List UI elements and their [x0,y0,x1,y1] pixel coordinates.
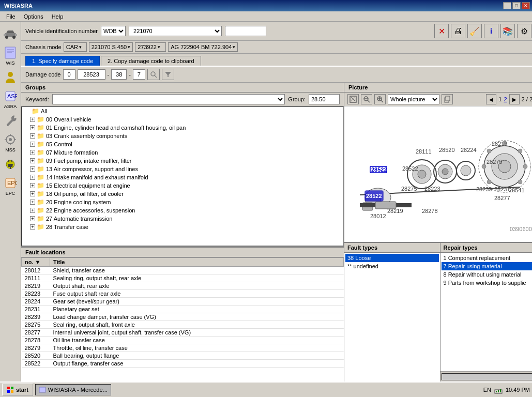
expander-14[interactable]: + [30,175,35,180]
expander-28[interactable]: + [30,224,35,230]
expander-05[interactable]: + [30,142,35,147]
tree-item-27[interactable]: + 📁 27 Automatic transmission [22,215,343,223]
sidebar-icon-plug[interactable] [0,154,21,175]
repair-type-1[interactable]: 1 Component replacement [442,254,533,262]
pic-prev-button[interactable]: ◀ [486,94,496,104]
repair-type-7[interactable]: 7 Repair using material [442,262,533,270]
table-row[interactable]: 28012Shield, transfer case [22,267,344,274]
menu-options[interactable]: Options [20,12,48,21]
tree-item-07[interactable]: + 📁 07 Mixture formation [22,148,343,157]
expander-01[interactable]: + [30,125,35,130]
tab-specify-damage[interactable]: 1. Specify damage code [25,56,100,66]
tree-container[interactable]: 📁 All + 📁 00 Overall vehicle + 📁 01 Engi… [21,106,344,246]
table-row[interactable]: 28279Throttle, oil line, transfer case [22,344,344,352]
tree-item-15[interactable]: + 📁 15 Electrical equipment at engine [22,181,343,190]
vin-dropdown[interactable]: WDB [101,26,126,36]
tree-item-18[interactable]: + 📁 18 Oil pump, oil filter, oil cooler [22,190,343,198]
expander-09[interactable]: + [30,158,35,163]
pic-copy-button[interactable] [442,94,453,104]
tree-item-14[interactable]: + 📁 14 Intake manifold and exhaust manif… [22,173,343,181]
tree-item-28[interactable]: + 📁 28 Transfer case [22,223,343,231]
tree-item-09[interactable]: + 📁 09 Fuel pump, intake muffler, filter [22,157,343,165]
table-row[interactable]: 28239Load change damper, transfer case (… [22,313,344,321]
table-row[interactable]: 28223Fuse output shaft rear axle [22,290,344,298]
sidebar-icon-mss[interactable]: MSS [0,132,21,153]
repair-type-8[interactable]: 8 Repair without using material [442,270,533,279]
tab-copy-damage[interactable]: 2. Copy damage code to clipboard [101,56,201,66]
sidebar-icon-epc[interactable]: EPC EPC [0,176,21,196]
stop-button[interactable]: ✕ [434,24,449,38]
expander-27[interactable]: + [30,216,35,221]
expander-18[interactable]: + [30,191,35,196]
print-button[interactable]: 🖨 [451,24,465,38]
repair-type-9[interactable]: 9 Parts from workshop to supplie [442,279,533,287]
close-button[interactable]: ✕ [522,2,530,9]
table-row[interactable]: 28277Internal universal joint, output sh… [22,329,344,337]
chassis-273922-dropdown[interactable]: 273922 [135,42,166,52]
book-button[interactable]: 📚 [500,24,515,38]
table-row[interactable]: 28111Sealing ring, output shaft, rear ax… [22,274,344,282]
sidebar-icon-car[interactable] [0,24,21,44]
taskbar-app-button[interactable]: WIS/ASRA - Mercede... [35,384,111,395]
chassis-mode-dropdown[interactable]: CAR [64,42,87,52]
table-row[interactable]: 28520Ball bearing, output flange [22,352,344,360]
damage-part3[interactable] [111,69,127,80]
menu-file[interactable]: File [2,12,20,21]
info-button[interactable]: i [484,24,498,38]
table-row[interactable]: 28224Gear set (bevel/spur gear) [22,298,344,306]
col-header-no[interactable]: no. ▼ [22,258,50,267]
pic-next-button[interactable]: ▶ [509,94,520,104]
expander-00[interactable]: + [30,117,35,122]
view-mode-select[interactable]: Whole picture [388,94,439,104]
expander-20[interactable]: + [30,200,35,205]
fault-type-undefined[interactable]: ** undefined [345,262,439,270]
menu-help[interactable]: Help [48,12,68,21]
sidebar-icon-wis[interactable]: WIS [0,45,21,66]
tree-item-03[interactable]: + 📁 03 Crank assembly components [22,132,343,140]
expander-07[interactable]: + [30,150,35,155]
vin-extra-input[interactable] [225,26,266,36]
expander-22[interactable]: + [30,208,35,213]
settings-button[interactable]: ⚙ [517,24,531,38]
table-row[interactable]: 28278Oil line transfer case [22,337,344,344]
table-row[interactable]: 28219Output shaft, rear axle [22,282,344,290]
damage-part1[interactable] [63,69,75,80]
fault-table[interactable]: no. ▼ Title 28012Shield, transfer case28… [21,257,344,381]
tree-item-13[interactable]: + 📁 13 Air compressor, support and lines [22,165,343,173]
tree-item-00[interactable]: + 📁 00 Overall vehicle [22,115,343,124]
col-header-title[interactable]: Title [50,258,344,267]
tree-item-20[interactable]: + 📁 20 Engine cooling system [22,198,343,206]
filter-button[interactable] [162,69,174,80]
minimize-button[interactable]: _ [503,2,511,9]
start-button[interactable]: start [2,384,33,396]
repair-types-scrollbar[interactable] [440,371,533,381]
damage-part2[interactable] [78,69,105,80]
expander-15[interactable]: + [30,183,35,188]
group-value-input[interactable] [309,94,340,104]
tree-item-22[interactable]: + 📁 22 Engine accessories, suspension [22,206,343,215]
tree-item-01[interactable]: + 📁 01 Engine, cylinder head and camshaf… [22,124,343,132]
vin-value[interactable]: 221070 [129,26,222,36]
tree-item-all[interactable]: 📁 All [22,107,343,115]
keyword-input[interactable] [53,95,285,104]
damage-part4[interactable] [133,69,145,80]
search-damage-button[interactable] [147,69,160,80]
zoom-in-button[interactable] [374,94,386,104]
zoom-fit-button[interactable] [347,94,359,104]
tree-item-05[interactable]: + 📁 05 Control [22,140,343,148]
table-row[interactable]: 28522Output flange, transfer case [22,360,344,368]
maximize-button[interactable]: □ [512,2,521,9]
fault-type-38[interactable]: 38 Loose [345,254,439,262]
chassis-221070-dropdown[interactable]: 221070 S 450 [89,42,133,52]
chassis-ag-dropdown[interactable]: AG 722904 BM 722.904 [168,42,238,52]
pic-page-link[interactable]: 2 [504,96,507,102]
expander-03[interactable]: + [30,133,35,139]
horizontal-scrollbar[interactable] [442,373,533,380]
erase-button[interactable]: 🧹 [467,24,482,38]
sidebar-icon-person[interactable] [0,67,21,88]
sidebar-icon-wrench[interactable] [0,111,21,131]
zoom-out-button[interactable] [361,94,372,104]
table-row[interactable]: 28275Seal ring, output shaft, front axle [22,321,344,329]
sidebar-icon-asra[interactable]: ASRA ASRA [0,89,21,110]
expander-13[interactable]: + [30,166,35,172]
